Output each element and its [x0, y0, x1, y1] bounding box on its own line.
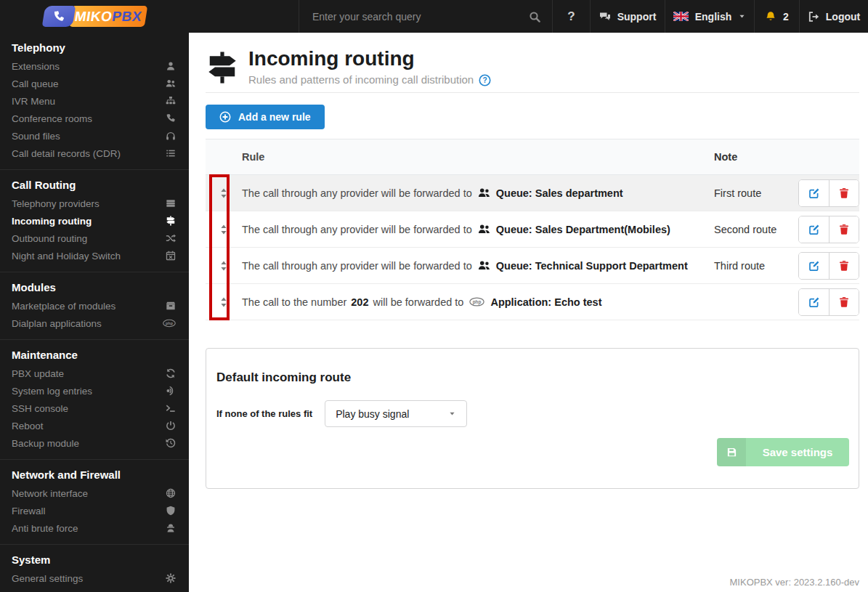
sidebar-section-title: Telephony	[12, 41, 177, 54]
rule-text: The call through any provider will be fo…	[242, 187, 472, 199]
sidebar-item-dialplan-applications[interactable]: Dialplan applications	[0, 315, 189, 332]
sidebar-item-pbx-update[interactable]: PBX update	[0, 365, 189, 382]
drag-handle-icon[interactable]	[217, 296, 230, 309]
save-settings-button[interactable]: Save settings	[717, 438, 849, 466]
sidebar-section-telephony: Telephony Extensions Call queue IVR Menu…	[0, 41, 189, 169]
rule-text: The call through any provider will be fo…	[242, 260, 472, 272]
default-route-dropdown[interactable]: Play busy signal	[325, 400, 467, 427]
rule-note: Third route	[714, 260, 765, 272]
sidebar-item-firewall[interactable]: Firewall	[0, 502, 189, 519]
sidebar-item-label: Network interface	[12, 488, 166, 499]
sidebar-item-night-holiday-switch[interactable]: Night and Holiday Switch	[0, 247, 189, 264]
sidebar-section-network-firewall: Network and Firewall Network interface F…	[0, 459, 189, 544]
delete-rule-button[interactable]	[829, 253, 859, 279]
sidebar-item-label: System log entries	[12, 386, 166, 397]
edit-rule-button[interactable]	[799, 289, 829, 315]
list-icon	[166, 148, 176, 158]
delete-rule-button[interactable]	[829, 216, 859, 243]
sidebar-item-label: Conference rooms	[12, 113, 166, 124]
sidebar-item-general-settings[interactable]: General settings	[0, 569, 189, 587]
sidebar-item-label: Outbound routing	[12, 233, 166, 244]
sidebar-item-system-log-entries[interactable]: System log entries	[0, 382, 189, 400]
table-row: The call through any provider will be fo…	[206, 175, 859, 211]
sidebar-item-label: Extensions	[12, 61, 166, 72]
panel-title: Default incoming route	[216, 370, 859, 385]
edit-rule-button[interactable]	[799, 253, 829, 279]
phone-volume-icon	[166, 386, 176, 396]
edit-rule-button[interactable]	[799, 180, 829, 206]
sidebar-item-telephony-providers[interactable]: Telephony providers	[0, 195, 189, 212]
trash-icon	[838, 260, 850, 272]
rule-text: The call through any provider will be fo…	[242, 224, 472, 235]
sidebar-item-cdr[interactable]: Call detail records (CDR)	[0, 145, 189, 162]
page-header: Incoming routing Rules and patterns of i…	[206, 47, 868, 87]
sidebar-item-label: Dialplan applications	[12, 318, 163, 329]
sidebar-item-call-queue[interactable]: Call queue	[0, 75, 189, 92]
logo-phone-icon	[41, 6, 76, 27]
sidebar-item-backup-module[interactable]: Backup module	[0, 434, 189, 452]
box-icon	[166, 301, 176, 311]
add-rule-button[interactable]: Add a new rule	[206, 105, 325, 129]
logout-button[interactable]: Logout	[799, 0, 868, 33]
plus-circle-icon	[219, 111, 231, 123]
rule-note: First route	[714, 187, 761, 199]
help-button[interactable]: ?	[552, 0, 590, 33]
support-button[interactable]: Support	[590, 0, 665, 33]
drag-handle-icon[interactable]	[217, 223, 230, 236]
sidebar-item-incoming-routing[interactable]: Incoming routing	[0, 212, 189, 230]
sidebar-item-label: Reboot	[12, 421, 166, 431]
sidebar-item-label: Firewall	[12, 506, 166, 516]
rule-target: Queue: Sales Department(Mobiles)	[496, 224, 670, 235]
sidebar-item-anti-brute-force[interactable]: Anti brute force	[0, 519, 189, 537]
drag-handle-icon[interactable]	[217, 259, 230, 272]
trash-icon	[838, 187, 850, 199]
notification-count: 2	[783, 11, 789, 23]
sidebar-item-ivr-menu[interactable]: IVR Menu	[0, 92, 189, 110]
trash-icon	[838, 224, 850, 235]
notifications-button[interactable]: 2	[754, 0, 799, 33]
sidebar-item-network-interface[interactable]: Network interface	[0, 484, 189, 502]
comments-icon	[599, 11, 611, 23]
sidebar-section-modules: Modules Marketplace of modules Dialplan …	[0, 272, 189, 339]
search-icon[interactable]	[529, 11, 540, 23]
language-dropdown[interactable]: English	[665, 0, 754, 33]
chevron-down-icon	[738, 12, 746, 20]
sidebar-section-title: Call Routing	[12, 179, 177, 191]
sidebar-item-label: SSH console	[12, 403, 166, 414]
terminal-icon	[166, 403, 176, 413]
sidebar-item-label: General settings	[12, 573, 166, 584]
trash-icon	[838, 296, 850, 308]
sidebar-item-ssh-console[interactable]: SSH console	[0, 400, 189, 417]
power-icon	[166, 421, 176, 431]
sidebar-item-marketplace[interactable]: Marketplace of modules	[0, 297, 189, 315]
delete-rule-button[interactable]	[829, 289, 859, 315]
app-logo[interactable]: MIKOPBX	[0, 0, 189, 33]
headphones-icon	[166, 131, 176, 141]
header-divider	[206, 92, 859, 93]
sidebar-item-extensions[interactable]: Extensions	[0, 57, 189, 75]
edit-icon	[808, 296, 820, 308]
signpost-icon	[206, 51, 239, 84]
user-icon	[166, 61, 176, 71]
sidebar-item-outbound-routing[interactable]: Outbound routing	[0, 230, 189, 247]
search-input[interactable]	[311, 10, 529, 23]
page-title: Incoming routing	[248, 47, 491, 70]
main-content: Incoming routing Rules and patterns of i…	[189, 33, 868, 592]
table-row: The call through any provider will be fo…	[206, 248, 859, 284]
delete-rule-button[interactable]	[829, 180, 859, 206]
sidebar-item-reboot[interactable]: Reboot	[0, 417, 189, 434]
edit-rule-button[interactable]	[799, 216, 829, 243]
question-circle-icon[interactable]	[479, 74, 491, 86]
users-icon	[166, 78, 176, 89]
save-settings-label: Save settings	[746, 446, 849, 458]
sidebar-item-conference-rooms[interactable]: Conference rooms	[0, 110, 189, 127]
edit-icon	[808, 187, 820, 199]
sidebar-item-sound-files[interactable]: Sound files	[0, 127, 189, 145]
sync-icon	[166, 368, 176, 378]
drag-handle-icon[interactable]	[217, 187, 230, 200]
sidebar-item-label: Telephony providers	[12, 198, 166, 209]
sidebar-section-title: Modules	[12, 281, 177, 293]
uk-flag-icon	[673, 12, 689, 21]
logo-text-pbx: PBX	[110, 9, 142, 25]
table-row: The call to the number 202 will be forwa…	[206, 284, 859, 320]
